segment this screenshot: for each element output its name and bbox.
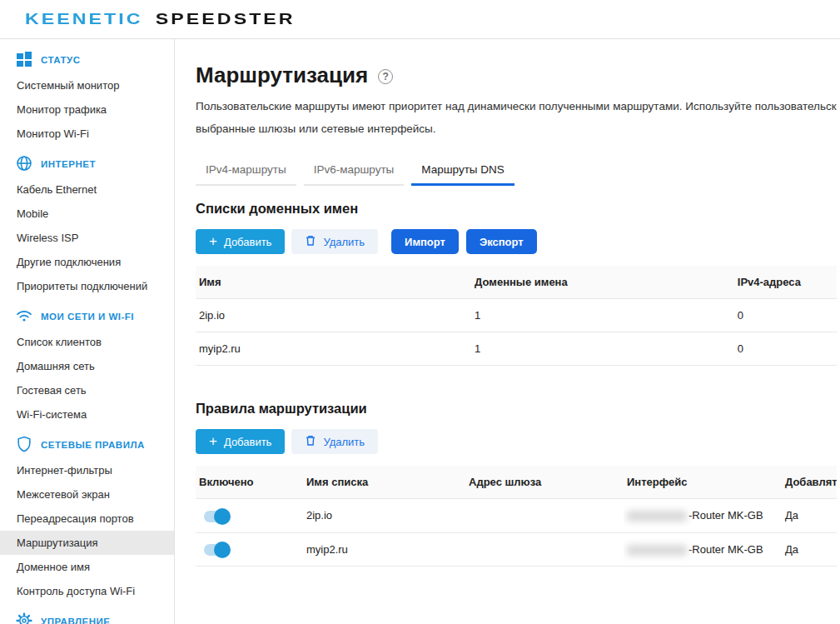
top-header: KEENETIC SPEEDSTER bbox=[0, 0, 840, 39]
sidebar-item-wifi-system[interactable]: Wi-Fi-система bbox=[0, 402, 174, 427]
column-header-name: Имя bbox=[196, 266, 471, 299]
sidebar-item-wireless-isp[interactable]: Wireless ISP bbox=[0, 226, 174, 250]
sidebar-item-domain-name[interactable]: Доменное имя bbox=[0, 555, 174, 579]
sidebar-section-my-networks[interactable]: МОИ СЕТИ И WI-FI bbox=[0, 302, 174, 330]
table-row[interactable]: myip2.ru 1 0 bbox=[196, 332, 837, 366]
sidebar-item-guest-network[interactable]: Гостевая сеть bbox=[0, 378, 174, 402]
sidebar-item-routing[interactable]: Маршрутизация bbox=[0, 531, 174, 555]
sidebar-section-label: УПРАВЛЕНИЕ bbox=[41, 617, 110, 624]
cell-list-name: 2ip.io bbox=[303, 499, 465, 533]
sidebar-section-management[interactable]: УПРАВЛЕНИЕ bbox=[0, 607, 174, 624]
cell-gateway bbox=[465, 499, 624, 533]
sidebar-item-client-list[interactable]: Список клиентов bbox=[0, 330, 174, 354]
sidebar-item-system-monitor[interactable]: Системный монитор bbox=[0, 73, 174, 97]
cell-gateway bbox=[465, 532, 624, 567]
sidebar-item-traffic-monitor[interactable]: Монитор трафика bbox=[0, 97, 174, 122]
add-routing-rule-button[interactable]: + Добавить bbox=[196, 429, 285, 454]
routing-rules-toolbar: + Добавить Удалить bbox=[196, 429, 837, 454]
sidebar-section-status[interactable]: СТАТУС bbox=[0, 46, 174, 73]
trash-icon bbox=[305, 434, 316, 449]
sidebar-section-network-rules[interactable]: СЕТЕВЫЕ ПРАВИЛА bbox=[0, 431, 174, 458]
tab-ipv4-routes[interactable]: IPv4-маршруты bbox=[196, 157, 296, 186]
cell-ipv4: 0 bbox=[734, 299, 837, 332]
column-header-list-name: Имя списка bbox=[303, 466, 465, 499]
cell-enabled bbox=[196, 532, 303, 567]
add-domain-list-button[interactable]: + Добавить bbox=[196, 229, 285, 254]
toggle-knob bbox=[214, 542, 231, 558]
sidebar-item-wifi-access-control[interactable]: Контроль доступа Wi-Fi bbox=[0, 579, 174, 603]
cell-ipv4: 0 bbox=[734, 332, 837, 366]
tab-ipv6-routes[interactable]: IPv6-маршруты bbox=[304, 157, 405, 186]
sidebar-item-port-forwarding[interactable]: Переадресация портов bbox=[0, 507, 174, 531]
delete-routing-rule-button[interactable]: Удалить bbox=[291, 429, 378, 454]
keenetic-logo: KEENETIC SPEEDSTER bbox=[25, 10, 296, 28]
sidebar-item-connection-priorities[interactable]: Приоритеты подключений bbox=[0, 274, 174, 298]
cell-interface: -Router MK-GB bbox=[624, 532, 782, 567]
sidebar-section-label: МОИ СЕТИ И WI-FI bbox=[41, 312, 134, 322]
cell-domains: 1 bbox=[471, 332, 734, 366]
toggle-switch[interactable] bbox=[204, 544, 229, 556]
sidebar-item-wifi-monitor[interactable]: Монитор Wi-Fi bbox=[0, 122, 174, 146]
trash-icon bbox=[305, 234, 316, 249]
plus-icon: + bbox=[209, 434, 217, 448]
routing-rules-table: Включено Имя списка Адрес шлюза Интерфей… bbox=[196, 466, 837, 567]
app-window: KEENETIC SPEEDSTER СТАТУС Системный мони… bbox=[0, 0, 840, 624]
cell-enabled bbox=[196, 499, 303, 533]
domain-lists-heading: Списки доменных имен bbox=[196, 201, 837, 217]
redacted-text bbox=[627, 545, 687, 556]
page-description-line2: выбранные шлюзы или сетевые интерфейсы. bbox=[196, 117, 837, 140]
tab-bar: IPv4-маршруты IPv6-маршруты Маршруты DNS bbox=[196, 157, 522, 186]
toggle-switch[interactable] bbox=[204, 511, 229, 522]
column-header-interface: Интерфейс bbox=[624, 466, 782, 499]
globe-icon bbox=[16, 155, 32, 173]
page-head: Маршрутизация ? bbox=[196, 62, 837, 87]
delete-domain-list-button[interactable]: Удалить bbox=[291, 229, 378, 254]
shield-icon bbox=[16, 436, 32, 454]
column-header-ipv4: IPv4-адреса bbox=[734, 266, 837, 299]
gear-icon bbox=[16, 612, 32, 624]
toggle-knob bbox=[214, 508, 231, 525]
logo-speedster-text: SPEEDSTER bbox=[156, 10, 296, 27]
help-icon[interactable]: ? bbox=[378, 69, 393, 84]
cell-add: Да bbox=[782, 499, 837, 533]
redacted-text bbox=[627, 511, 687, 522]
domain-lists-toolbar: + Добавить Удалить Импорт Экспорт bbox=[196, 229, 837, 254]
table-header-row: Включено Имя списка Адрес шлюза Интерфей… bbox=[196, 466, 837, 499]
sidebar-item-ethernet-cable[interactable]: Кабель Ethernet bbox=[0, 177, 174, 202]
table-row[interactable]: 2ip.io -Router MK-GB Да bbox=[196, 499, 837, 533]
sidebar-item-internet-filters[interactable]: Интернет-фильтры bbox=[0, 458, 174, 482]
sidebar-item-mobile[interactable]: Mobile bbox=[0, 202, 174, 226]
cell-name: myip2.ru bbox=[196, 332, 471, 366]
logo-keenetic-text: KEENETIC bbox=[25, 10, 143, 27]
tab-dns-routes[interactable]: Маршруты DNS bbox=[411, 157, 514, 186]
sidebar-section-label: СТАТУС bbox=[41, 55, 81, 65]
cell-interface: -Router MK-GB bbox=[624, 499, 782, 533]
cell-list-name: myip2.ru bbox=[303, 532, 465, 567]
wifi-icon bbox=[16, 307, 32, 326]
domain-lists-table: Имя Доменные имена IPv4-адреса 2ip.io 1 … bbox=[196, 266, 837, 366]
sidebar-item-firewall[interactable]: Межсетевой экран bbox=[0, 482, 174, 507]
export-button[interactable]: Экспорт bbox=[466, 229, 537, 254]
main-content: Маршрутизация ? Пользовательские маршрут… bbox=[175, 39, 840, 624]
routing-rules-heading: Правила маршрутизации bbox=[196, 401, 837, 417]
page-description-line1: Пользовательские маршруты имеют приорите… bbox=[196, 95, 837, 117]
page-title: Маршрутизация bbox=[196, 62, 368, 87]
grid-icon bbox=[16, 51, 32, 69]
sidebar-section-label: СЕТЕВЫЕ ПРАВИЛА bbox=[41, 440, 145, 450]
sidebar-section-internet[interactable]: ИНТЕРНЕТ bbox=[0, 150, 174, 177]
cell-add: Да bbox=[782, 532, 837, 567]
column-header-domains: Доменные имена bbox=[471, 266, 734, 299]
table-row[interactable]: myip2.ru -Router MK-GB Да bbox=[196, 532, 837, 567]
sidebar-section-label: ИНТЕРНЕТ bbox=[41, 159, 96, 169]
sidebar-item-home-network[interactable]: Домашняя сеть bbox=[0, 354, 174, 378]
table-row[interactable]: 2ip.io 1 0 bbox=[196, 299, 837, 332]
column-header-enabled: Включено bbox=[196, 466, 303, 499]
cell-domains: 1 bbox=[471, 299, 734, 332]
cell-name: 2ip.io bbox=[196, 299, 471, 332]
plus-icon: + bbox=[209, 234, 217, 248]
column-header-add: Добавлять bbox=[782, 466, 837, 499]
sidebar: СТАТУС Системный монитор Монитор трафика… bbox=[0, 39, 175, 624]
sidebar-item-other-connections[interactable]: Другие подключения bbox=[0, 250, 174, 274]
table-header-row: Имя Доменные имена IPv4-адреса bbox=[196, 266, 837, 299]
import-button[interactable]: Импорт bbox=[391, 229, 459, 254]
